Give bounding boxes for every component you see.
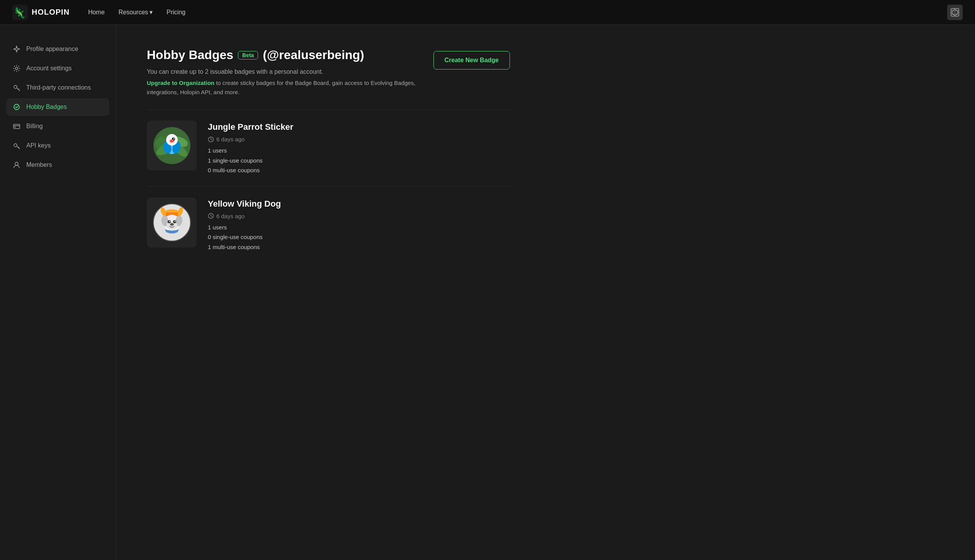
person-icon [12,161,21,169]
badge-time-2: 6 days ago [208,213,510,219]
page-title-area: Hobby Badges Beta (@realuserbeing) You c… [147,48,433,97]
create-badge-button[interactable]: Create New Badge [433,51,510,70]
svg-point-20 [173,138,175,139]
chevron-down-icon: ▾ [149,8,153,16]
nav-home[interactable]: Home [88,9,105,16]
sidebar-item-hobby-badges[interactable]: Hobby Badges [6,98,109,116]
svg-point-36 [170,223,174,226]
sidebar-item-billing[interactable]: Billing [6,117,109,135]
upgrade-link[interactable]: Upgrade to Organization [147,80,216,86]
page-layout: Profile appearance Account settings Thir… [0,0,975,560]
badge-image-container-2 [147,197,197,248]
holopin-logo-icon: 🦎 [12,5,28,20]
credit-card-icon [12,122,21,131]
svg-point-8 [14,144,17,147]
dog-badge-image [153,203,191,242]
sidebar-item-members[interactable]: Members [6,156,109,174]
svg-point-21 [170,139,174,143]
badge-time: 6 days ago [208,136,510,143]
svg-rect-7 [14,127,16,127]
main-content: Hobby Badges Beta (@realuserbeing) You c… [116,25,541,560]
badge-item-jungle-parrot[interactable]: Jungle Parrot Sticker 6 days ago 1 users… [147,109,510,186]
badge-item-yellow-viking-dog[interactable]: Yellow Viking Dog 6 days ago 1 users 0 s… [147,186,510,263]
page-subtitle: You can create up to 2 issuable badges w… [147,68,433,75]
badge-single-coupons-2: 0 single-use coupons [208,232,510,242]
nav-pricing[interactable]: Pricing [166,9,185,16]
sparkle-icon [12,45,21,53]
beta-badge: Beta [238,51,258,59]
sidebar-item-profile-appearance[interactable]: Profile appearance [6,40,109,58]
badge-multi-coupons-2: 1 multi-use coupons [208,242,510,252]
sidebar-item-account-settings[interactable]: Account settings [6,59,109,77]
badge-list: Jungle Parrot Sticker 6 days ago 1 users… [147,109,510,263]
badge-info-jungle-parrot: Jungle Parrot Sticker 6 days ago 1 users… [208,120,510,175]
api-key-icon [12,141,21,150]
page-heading: Hobby Badges [147,48,233,62]
clock-icon-2 [208,213,214,219]
badge-users-2: 1 users [208,222,510,232]
logo-link[interactable]: 🦎 HOLOPIN [12,5,70,20]
parrot-badge-image [153,126,191,165]
nav-right [947,5,963,20]
badge-multi-coupons: 0 multi-use coupons [208,165,510,175]
nav-links: Home Resources ▾ Pricing [88,8,947,16]
badge-name-2: Yellow Viking Dog [208,199,510,209]
svg-point-34 [169,221,170,222]
svg-point-3 [15,67,18,70]
svg-rect-6 [14,124,20,129]
logo-text: HOLOPIN [32,8,70,17]
page-header: Hobby Badges Beta (@realuserbeing) You c… [147,48,510,97]
navbar: 🦎 HOLOPIN Home Resources ▾ Pricing [0,0,975,25]
key-icon [12,83,21,92]
user-avatar[interactable] [947,5,963,20]
page-title: Hobby Badges Beta (@realuserbeing) [147,48,433,62]
sidebar: Profile appearance Account settings Thir… [0,25,116,560]
nav-resources[interactable]: Resources ▾ [119,8,153,16]
sidebar-item-api-keys[interactable]: API keys [6,137,109,154]
svg-point-9 [15,162,18,165]
upgrade-text: Upgrade to Organization to create sticky… [147,78,433,97]
clock-icon [208,136,214,143]
badge-image-container [147,120,197,171]
badge-name: Jungle Parrot Sticker [208,122,510,132]
svg-text:🦎: 🦎 [13,7,26,19]
svg-point-4 [14,85,17,88]
badge-info-yellow-viking-dog: Yellow Viking Dog 6 days ago 1 users 0 s… [208,197,510,252]
badge-users: 1 users [208,146,510,156]
badge-single-coupons: 1 single-use coupons [208,156,510,166]
badge-icon [12,103,21,111]
gear-icon [12,64,21,73]
username-display: (@realuserbeing) [263,48,364,62]
svg-point-35 [175,221,176,222]
sidebar-item-third-party[interactable]: Third-party connections [6,79,109,97]
